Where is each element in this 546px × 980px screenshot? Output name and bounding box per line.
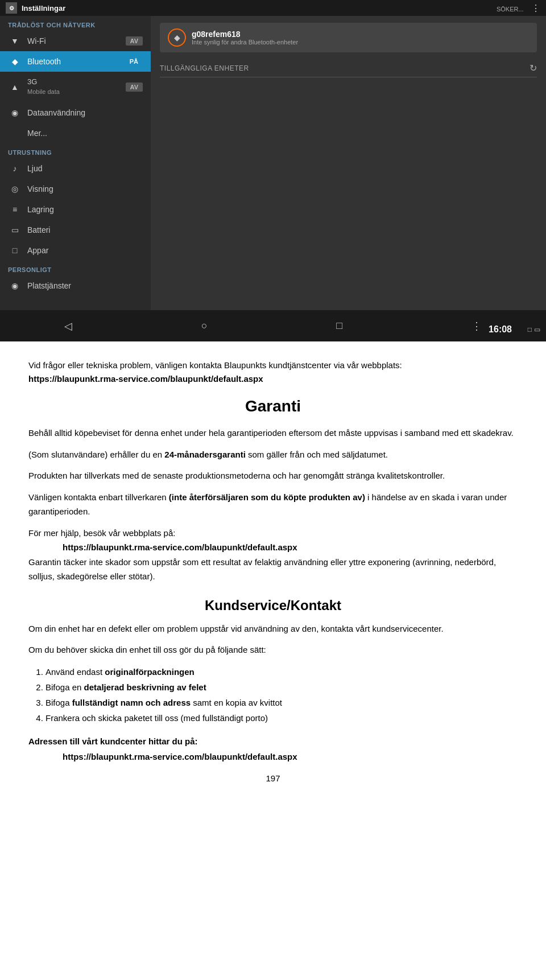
wifi-label: Wi-Fi [27,36,126,46]
apps-icon: □ [8,246,22,255]
status-bar: ⚙ Inställningar SÖKER... ⋮ [0,0,546,16]
status-bar-actions: SÖKER... ⋮ [497,3,540,14]
search-button[interactable]: SÖKER... [497,6,524,13]
status-icons: □ ▭ [528,326,540,333]
clock-display: 16:08 [489,324,512,335]
sidebar-item-appar[interactable]: □ Appar [0,240,151,261]
more-button[interactable]: ⋮ [531,3,540,13]
display-icon: ◎ [8,184,22,193]
sidebar-item-mer[interactable]: Mer... [0,123,151,143]
bluetooth-toggle[interactable]: PÅ [125,57,143,66]
recent-button[interactable]: □ [325,315,354,336]
garanti-p2-bold: 24-månadersgaranti [164,450,246,459]
battery-icon: ▭ [8,225,22,234]
app-title: ⚙ Inställningar [6,2,65,14]
refresh-icon[interactable]: ↻ [530,63,537,73]
contact-intro-text: Vid frågor eller tekniska problem, vänli… [28,359,518,386]
garanti-p4: Vänligen kontakta enbart tillverkaren (i… [28,490,518,519]
data-icon: ◉ [8,108,22,117]
address-section: Adressen till vårt kundcenter hittar du … [28,734,518,764]
garanti-p2-end: som gäller från och med säljdatumet. [246,450,388,459]
battery-status-icon: ▭ [534,326,540,333]
bluetooth-label: Bluetooth [27,57,125,66]
available-label: TILLGÄNGLIGA ENHETER [160,64,249,72]
instructions-list: Använd endast originalförpackningen Bifo… [28,664,518,726]
sidebar-item-bluetooth[interactable]: ◆ Bluetooth PÅ [0,51,151,72]
address-line1: Adressen till vårt kundcenter hittar du … [28,736,198,746]
section-equipment: UTRUSTNING [0,143,151,158]
3g-toggle[interactable]: AV [126,83,143,92]
available-header: TILLGÄNGLIGA ENHETER ↻ [160,60,537,77]
sound-icon: ♪ [8,164,22,173]
garanti-p1: Behåll alltid köpebeviset för denna enhe… [28,426,518,440]
help-section: För mer hjälp, besök vår webbplats på: h… [28,526,518,584]
lagring-label: Lagring [27,205,143,214]
address-url: https://blaupunkt.rma-service.com/blaupu… [28,749,518,764]
help-p: Garantin täcker inte skador som uppstår … [28,557,496,582]
device-sub: Inte synlig för andra Bluetooth-enheter [192,39,298,46]
device-card[interactable]: ◆ g08refem618 Inte synlig för andra Blue… [160,23,537,52]
list-item-1: Använd endast originalförpackningen [46,664,518,680]
more-options-button[interactable]: ⋮ [460,315,493,337]
sidebar-item-plats[interactable]: ◉ Platstjänster [0,275,151,296]
garanti-p4-start: Vänligen kontakta enbart tillverkaren [28,492,169,502]
garanti-p3: Produkten har tillverkats med de senaste… [28,468,518,483]
kund-p2: Om du behöver skicka din enhet till oss … [28,643,518,657]
wifi-icon: ▼ [8,36,22,46]
garanti-title: Garanti [28,397,518,415]
plats-label: Platstjänster [27,281,143,290]
section-network: TRÅDLÖST OCH NÄTVERK [0,16,151,31]
bluetooth-icon: ◆ [8,57,22,66]
contact-intro-main: Vid frågor eller tekniska problem, vänli… [28,360,402,370]
storage-icon: ≡ [8,205,22,214]
sidebar-item-wifi[interactable]: ▼ Wi-Fi AV [0,31,151,51]
list-item-4: Frankera och skicka paketet till oss (me… [46,710,518,726]
page-number: 197 [28,773,518,783]
sidebar-item-3g[interactable]: ▲ 3GMobile data AV [0,72,151,102]
sim-icon: □ [528,326,532,333]
bluetooth-right-panel: ◆ g08refem618 Inte synlig för andra Blue… [151,16,546,310]
contact-url: https://blaupunkt.rma-service.com/blaupu… [28,374,263,384]
content-area: Vid frågor eller tekniska problem, vänli… [0,341,546,806]
device-icon: ◆ [168,28,186,47]
3g-label: 3GMobile data [27,77,126,97]
sidebar-item-lagring[interactable]: ≡ Lagring [0,199,151,220]
list-item-3: Bifoga fullständigt namn och adress samt… [46,695,518,710]
kund-p1: Om din enhet har en defekt eller om prob… [28,621,518,636]
location-icon: ◉ [8,281,22,290]
bottom-nav-bar: ◁ ○ □ ⋮ [0,310,546,341]
sidebar-item-data[interactable]: ◉ Dataanvändning [0,102,151,123]
sidebar-item-ljud[interactable]: ♪ Ljud [0,158,151,179]
help-url: https://blaupunkt.rma-service.com/blaupu… [28,540,518,555]
ljud-label: Ljud [27,164,143,173]
batteri-label: Batteri [27,225,143,234]
section-personal: PERSONLIGT [0,261,151,275]
wifi-toggle[interactable]: AV [126,36,143,46]
sidebar-item-batteri[interactable]: ▭ Batteri [0,220,151,240]
list-item-2: Bifoga en detaljerad beskrivning av fele… [46,680,518,695]
garanti-p2-start: (Som slutanvändare) erhåller du en [28,450,164,459]
mer-label: Mer... [27,129,143,138]
visning-label: Visning [27,184,143,193]
screenshot: ⚙ Inställningar SÖKER... ⋮ TRÅDLÖST OCH … [0,0,546,341]
garanti-p2: (Som slutanvändare) erhåller du en 24-må… [28,447,518,462]
device-info: g08refem618 Inte synlig för andra Blueto… [192,30,298,46]
back-button[interactable]: ◁ [53,315,84,337]
home-button[interactable]: ○ [190,315,219,336]
signal-icon: ▲ [8,83,22,92]
appar-label: Appar [27,246,143,255]
garanti-p4-bold: (inte återförsäljaren som du köpte produ… [169,492,365,502]
help-line1: För mer hjälp, besök vår webbplats på: [28,528,175,538]
sidebar-item-visning[interactable]: ◎ Visning [0,179,151,199]
settings-left-panel: TRÅDLÖST OCH NÄTVERK ▼ Wi-Fi AV ◆ Blueto… [0,16,151,310]
kundservice-title: Kundservice/Kontakt [28,598,518,613]
app-icon: ⚙ [6,2,17,14]
device-name: g08refem618 [192,30,298,39]
data-label: Dataanvändning [27,108,143,117]
